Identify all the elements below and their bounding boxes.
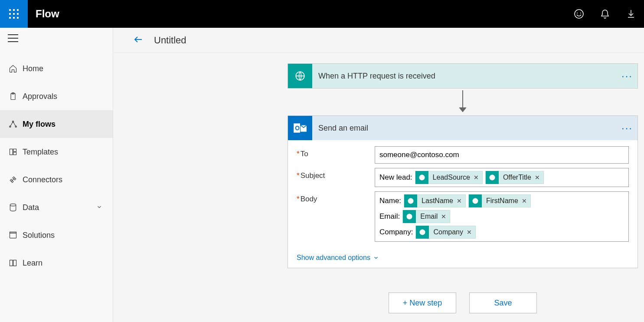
nav-label: Data [23, 203, 39, 212]
sidebar-item-approvals[interactable]: Approvals [0, 82, 113, 110]
header-actions [566, 0, 644, 28]
subject-input[interactable]: New lead: LeadSource✕OfferTitle✕ [375, 168, 629, 187]
notifications-button[interactable] [592, 0, 618, 28]
svg-point-9 [575, 10, 583, 18]
sidebar-toggle[interactable] [0, 28, 113, 50]
dynamic-token-leadsource[interactable]: LeadSource✕ [415, 171, 483, 184]
svg-text:O: O [295, 125, 300, 131]
canvas: When a HTTP request is received ··· O Se… [113, 53, 644, 322]
svg-rect-5 [17, 13, 19, 15]
remove-token-icon[interactable]: ✕ [467, 229, 475, 236]
outlook-icon: O [288, 116, 312, 140]
action-more-button[interactable]: ··· [617, 122, 637, 134]
globe-icon [469, 194, 482, 207]
nav-label: Connectors [23, 175, 62, 184]
connector-icon [9, 175, 23, 184]
dynamic-token-offertitle[interactable]: OfferTitle✕ [485, 171, 544, 184]
svg-rect-25 [10, 232, 16, 233]
new-step-button[interactable]: + New step [389, 292, 456, 313]
svg-rect-24 [10, 233, 16, 238]
action-header[interactable]: O Send an email ··· [288, 116, 637, 140]
body-line: Company:Company✕ [379, 226, 476, 239]
solutions-icon [9, 231, 23, 240]
remove-token-icon[interactable]: ✕ [522, 197, 530, 204]
back-button[interactable] [133, 34, 144, 46]
dynamic-token-firstname[interactable]: FirstName✕ [468, 194, 531, 207]
globe-icon [416, 226, 429, 239]
show-advanced-link[interactable]: Show advanced options [288, 250, 637, 268]
flow-icon [9, 120, 23, 128]
to-label: *To [297, 146, 375, 158]
to-input[interactable]: someone@contoso.com [375, 146, 629, 164]
nav-label: Learn [23, 259, 42, 268]
svg-rect-2 [17, 9, 19, 11]
body-prefix-text: Name: [379, 197, 401, 205]
remove-token-icon[interactable]: ✕ [535, 174, 543, 181]
sidebar: Home Approvals My flows Templates Connec… [0, 28, 113, 322]
subject-label: *Subject [297, 168, 375, 180]
svg-point-10 [577, 13, 578, 13]
flow-title: Untitled [154, 35, 186, 46]
sidebar-item-learn[interactable]: Learn [0, 249, 113, 277]
remove-token-icon[interactable]: ✕ [457, 197, 465, 204]
trigger-header[interactable]: When a HTTP request is received ··· [288, 64, 637, 88]
nav-label: Home [23, 64, 43, 73]
body-label: *Body [297, 191, 375, 204]
clipboard-icon [9, 92, 23, 101]
nav-label: Solutions [23, 231, 55, 240]
svg-rect-21 [13, 149, 16, 151]
app-launcher-button[interactable] [0, 0, 28, 28]
remove-token-icon[interactable]: ✕ [441, 213, 450, 220]
svg-point-11 [580, 13, 581, 13]
feedback-button[interactable] [566, 0, 592, 28]
database-icon [9, 203, 23, 212]
trigger-more-button[interactable]: ··· [617, 70, 637, 82]
svg-rect-7 [13, 17, 15, 19]
dynamic-token-lastname[interactable]: LastName✕ [404, 194, 466, 207]
chevron-down-icon [96, 203, 102, 212]
svg-rect-6 [9, 17, 11, 19]
globe-icon [404, 194, 417, 207]
sidebar-item-templates[interactable]: Templates [0, 138, 113, 166]
download-button[interactable] [618, 0, 644, 28]
body-line: Email:Email✕ [379, 210, 450, 223]
svg-rect-3 [9, 13, 11, 15]
sidebar-item-my-flows[interactable]: My flows [0, 110, 113, 138]
dynamic-token-email[interactable]: Email✕ [402, 210, 450, 223]
action-title: Send an email [312, 124, 617, 133]
http-globe-icon [288, 64, 312, 88]
body-line: Name:LastName✕FirstName✕ [379, 194, 531, 207]
trigger-title: When a HTTP request is received [312, 72, 617, 81]
sidebar-item-home[interactable]: Home [0, 55, 113, 82]
body-prefix-text: Email: [379, 212, 400, 221]
sidebar-item-connectors[interactable]: Connectors [0, 166, 113, 194]
svg-rect-0 [9, 9, 11, 11]
trigger-step[interactable]: When a HTTP request is received ··· [288, 63, 638, 89]
dynamic-token-company[interactable]: Company✕ [415, 226, 475, 239]
globe-icon [403, 210, 416, 223]
sidebar-item-data[interactable]: Data [0, 194, 113, 221]
svg-point-23 [10, 204, 16, 206]
save-button[interactable]: Save [469, 292, 537, 313]
svg-rect-20 [10, 149, 13, 154]
action-body: *To someone@contoso.com *Subject New lea… [288, 140, 637, 250]
templates-icon [9, 148, 23, 156]
svg-rect-8 [17, 17, 19, 19]
sidebar-item-solutions[interactable]: Solutions [0, 221, 113, 249]
globe-icon [415, 171, 428, 184]
nav-label: Templates [23, 148, 58, 157]
header: Flow [0, 0, 644, 28]
body-prefix-text: Company: [379, 228, 413, 237]
remove-token-icon[interactable]: ✕ [474, 174, 482, 181]
app-name: Flow [36, 8, 59, 20]
book-icon [9, 259, 23, 267]
body-input[interactable]: Name:LastName✕FirstName✕Email:Email✕Comp… [375, 191, 629, 242]
svg-rect-22 [13, 152, 16, 155]
nav-label: Approvals [23, 92, 57, 101]
connector-arrow [288, 89, 638, 115]
home-icon [9, 64, 23, 73]
subject-prefix-text: New lead: [379, 173, 412, 182]
title-row: Untitled [113, 28, 644, 53]
main-area: Untitled When a HTTP request is received… [113, 28, 644, 322]
action-step: O Send an email ··· *To someone@contoso.… [288, 115, 638, 268]
